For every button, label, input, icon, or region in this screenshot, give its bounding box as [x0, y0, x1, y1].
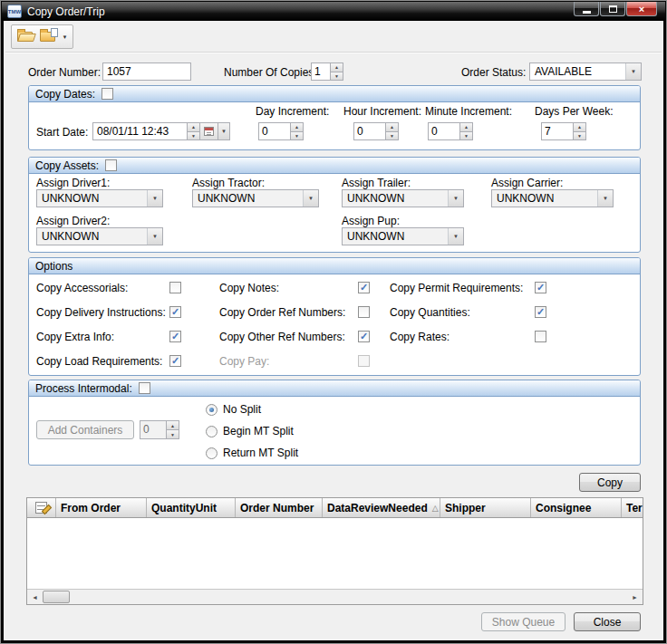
column-header-order-number[interactable]: Order Number [236, 498, 323, 517]
spin-down-icon[interactable]: ▼ [574, 132, 585, 140]
calendar-button[interactable] [200, 122, 218, 140]
copy-notes-checkbox[interactable] [358, 282, 370, 293]
chevron-down-icon[interactable]: ▼ [597, 190, 613, 207]
column-header-ter[interactable]: Ter [622, 498, 643, 517]
open-folder-button[interactable] [14, 26, 36, 47]
assign-tractor-label: Assign Tractor: [192, 177, 265, 189]
no-split-option[interactable]: No Split [206, 403, 261, 416]
close-button[interactable]: × [626, 2, 657, 16]
row-selector-header[interactable] [27, 498, 56, 517]
container-count-value: 0 [140, 420, 166, 439]
spin-up-icon[interactable]: ▲ [460, 123, 472, 132]
spin-up-icon[interactable]: ▲ [386, 123, 398, 132]
horizontal-scrollbar[interactable]: ◄ ► [27, 589, 643, 604]
copy-dates-checkbox[interactable] [102, 88, 113, 100]
chevron-down-icon[interactable]: ▼ [448, 228, 463, 245]
maximize-button[interactable] [600, 2, 625, 16]
column-header-shipper[interactable]: Shipper [440, 498, 531, 517]
close-dialog-button[interactable]: Close [574, 612, 641, 631]
column-header-datareviewneeded[interactable]: DataReviewNeeded △ [323, 498, 440, 517]
column-header-quantityunit[interactable]: QuantityUnit [147, 498, 236, 517]
open-folder-icon [17, 32, 33, 42]
dialog-client-area: ▼ Order Number: 1057 Number Of Copies: 1… [4, 21, 663, 640]
order-status-combobox[interactable]: AVAILABLE ▼ [529, 62, 642, 81]
number-of-copies-stepper[interactable]: 1 ▲ ▼ [311, 62, 343, 81]
copy-order-ref-numbers-checkbox[interactable] [358, 306, 370, 318]
hour-increment-stepper[interactable]: 0 ▲▼ [353, 122, 399, 140]
copy-delivery-instructions-checkbox[interactable] [169, 306, 181, 318]
spin-up-icon[interactable]: ▲ [574, 123, 585, 132]
date-dropdown-button[interactable]: ▼ [218, 122, 230, 140]
spin-up-icon[interactable]: ▲ [291, 123, 303, 132]
scroll-left-icon[interactable]: ◄ [27, 590, 43, 604]
return-mt-split-radio[interactable] [206, 447, 218, 459]
day-increment-value[interactable]: 0 [258, 122, 290, 140]
assign-trailer-combobox[interactable]: UNKNOWN ▼ [342, 189, 464, 207]
column-header-from-order[interactable]: From Order [56, 498, 147, 517]
folder-document-icon [40, 32, 55, 42]
copies-value[interactable]: 1 [311, 62, 330, 81]
process-intermodal-checkbox[interactable] [139, 382, 150, 394]
copy-load-requirements-checkbox[interactable] [169, 355, 181, 367]
order-number-input[interactable]: 1057 [102, 62, 191, 81]
return-mt-split-option[interactable]: Return MT Split [206, 447, 298, 459]
assign-tractor-value: UNKNOWN [193, 190, 303, 207]
assign-tractor-combobox[interactable]: UNKNOWN ▼ [192, 189, 319, 207]
minute-increment-value[interactable]: 0 [428, 122, 459, 140]
assign-carrier-combobox[interactable]: UNKNOWN ▼ [491, 189, 614, 207]
sort-ascending-icon: △ [432, 504, 439, 513]
chevron-down-icon: ▼ [221, 129, 227, 134]
copy-rates-checkbox[interactable] [535, 331, 546, 342]
days-per-week-value[interactable]: 7 [541, 122, 573, 140]
copy-other-ref-numbers-checkbox[interactable] [358, 331, 370, 342]
start-date-picker[interactable]: 08/01/11 12:43 ▲ ▼ ▼ [92, 122, 230, 140]
copy-extra-info-checkbox[interactable] [169, 331, 181, 342]
assign-pup-label: Assign Pup: [342, 215, 400, 227]
spin-up-icon[interactable]: ▲ [188, 123, 199, 132]
spin-down-icon[interactable]: ▼ [188, 132, 199, 140]
grid-body-empty[interactable] [27, 518, 643, 589]
copy-pay-label: Copy Pay: [219, 355, 269, 368]
assign-driver1-combobox[interactable]: UNKNOWN ▼ [36, 189, 163, 207]
days-per-week-stepper[interactable]: 7 ▲▼ [541, 122, 586, 140]
chevron-down-icon[interactable]: ▼ [147, 228, 162, 245]
chevron-down-icon[interactable]: ▼ [303, 190, 318, 207]
begin-mt-split-radio[interactable] [206, 426, 218, 437]
no-split-radio[interactable] [206, 404, 218, 416]
minute-increment-stepper[interactable]: 0 ▲▼ [428, 122, 473, 140]
chevron-down-icon[interactable]: ▼ [147, 190, 162, 207]
process-intermodal-title: Process Intermodal: [35, 382, 132, 395]
scrollbar-track[interactable] [70, 590, 627, 604]
copy-permit-requirements-checkbox[interactable] [535, 282, 546, 293]
copy-order-trip-window: TMW Copy Order/Trip × ▼ Order Num [0, 0, 667, 644]
spin-down-icon[interactable]: ▼ [460, 132, 472, 140]
show-queue-button: Show Queue [481, 612, 566, 631]
spin-down-icon[interactable]: ▼ [291, 132, 303, 140]
spin-up-icon[interactable]: ▲ [331, 63, 343, 72]
begin-mt-split-option[interactable]: Begin MT Split [206, 425, 294, 437]
minimize-button[interactable] [574, 2, 599, 16]
assign-pup-combobox[interactable]: UNKNOWN ▼ [342, 227, 464, 245]
spin-down-icon[interactable]: ▼ [331, 72, 343, 81]
chevron-down-icon[interactable]: ▼ [625, 63, 641, 80]
chevron-down-icon[interactable]: ▼ [448, 190, 463, 207]
hour-increment-value[interactable]: 0 [353, 122, 385, 140]
copy-assets-checkbox[interactable] [105, 159, 117, 171]
day-increment-stepper[interactable]: 0 ▲▼ [258, 122, 304, 140]
title-bar[interactable]: TMW Copy Order/Trip × [2, 2, 665, 21]
results-grid: From Order QuantityUnit Order Number Dat… [26, 497, 643, 605]
copy-accessorials-checkbox[interactable] [169, 282, 181, 293]
toolbar-dropdown-button[interactable]: ▼ [59, 26, 71, 47]
copy-button[interactable]: Copy [579, 473, 641, 492]
copy-rates-label: Copy Rates: [390, 331, 450, 343]
copy-assets-header: Copy Assets: [29, 158, 640, 174]
scrollbar-thumb[interactable] [43, 591, 70, 603]
copy-quantities-checkbox[interactable] [535, 306, 546, 318]
calendar-icon [204, 127, 214, 136]
start-date-value[interactable]: 08/01/11 12:43 [92, 122, 187, 140]
spin-down-icon[interactable]: ▼ [386, 132, 398, 140]
scroll-right-icon[interactable]: ► [627, 590, 643, 604]
new-folder-button[interactable] [36, 26, 59, 47]
assign-driver2-combobox[interactable]: UNKNOWN ▼ [36, 227, 163, 245]
column-header-consignee[interactable]: Consignee [531, 498, 622, 517]
